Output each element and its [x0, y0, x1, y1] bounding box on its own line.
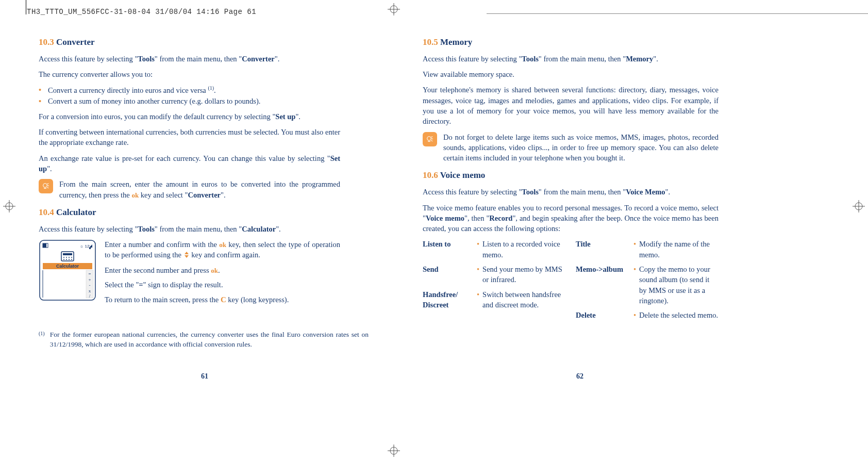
- section-title: Calculator: [56, 207, 96, 217]
- footnote-marker: (1): [39, 330, 45, 350]
- svg-text:+: +: [88, 277, 91, 282]
- option-term: Delete: [576, 310, 633, 320]
- document-spread: 10.3 Converter Access this feature by se…: [0, 0, 868, 325]
- registration-mark-icon: [388, 445, 400, 457]
- access-line: Access this feature by selecting "Tools"…: [423, 54, 719, 64]
- svg-line-13: [47, 184, 48, 185]
- svg-point-24: [69, 257, 70, 258]
- page-number: 61: [201, 371, 208, 382]
- registration-mark-icon: [853, 200, 865, 212]
- option-row: Delete•Delete the selected memo.: [576, 310, 719, 320]
- access-line: Access this feature by selecting "Tools"…: [39, 224, 340, 234]
- section-number: 10.4: [39, 207, 54, 217]
- footnote-text: For the former european national currenc…: [50, 330, 369, 350]
- body-text: The currency converter allows you to:: [39, 69, 340, 79]
- section-number: 10.6: [423, 170, 438, 180]
- calculator-instructions: Enter a number and confirm with the ok k…: [105, 239, 340, 309]
- section-title: Voice memo: [440, 170, 486, 180]
- svg-point-27: [66, 259, 67, 260]
- option-term: Title: [576, 239, 633, 260]
- body-text: View available memory space.: [423, 69, 719, 79]
- option-row: Listen to•Listen to a recorded voice mem…: [423, 239, 565, 260]
- svg-line-15: [47, 188, 48, 189]
- registration-mark-icon: [388, 3, 400, 15]
- tip-text: Do not forget to delete large items such…: [443, 132, 719, 163]
- option-row: Title•Modify the name of the memo.: [576, 239, 719, 260]
- svg-point-23: [66, 257, 67, 258]
- section-heading-calculator: 10.4 Calculator: [39, 206, 340, 219]
- body-text: An exchange rate value is pre-set for ea…: [39, 153, 340, 174]
- access-line: Access this feature by selecting "Tools"…: [423, 187, 719, 197]
- option-definition: •Listen to a recorded voice memo.: [477, 239, 565, 260]
- bullet-text: Convert a currency directly into euros a…: [48, 85, 216, 95]
- option-definition: •Send your memo by MMS or infrared.: [477, 264, 565, 285]
- ok-key-icon: ok: [131, 191, 139, 199]
- page-number: 62: [576, 371, 583, 382]
- phone-screen-illustration: ☼ 12: Calculator = + - x /: [39, 239, 96, 309]
- section-title: Memory: [440, 37, 472, 47]
- section-number: 10.5: [423, 37, 438, 47]
- svg-rect-18: [43, 243, 46, 248]
- page-right: 10.5 Memory Access this feature by selec…: [387, 31, 747, 325]
- option-row: Memo->album•Copy the memo to your sound …: [576, 264, 719, 306]
- crop-mark: [487, 13, 868, 14]
- svg-point-22: [63, 257, 64, 258]
- svg-line-40: [431, 136, 432, 137]
- option-term: Memo->album: [576, 264, 633, 306]
- svg-point-39: [427, 136, 431, 140]
- section-number: 10.3: [39, 37, 54, 47]
- ok-key-icon: ok: [211, 267, 218, 274]
- tip-box: From the main screen, enter the amount i…: [39, 179, 340, 200]
- svg-text:-: -: [89, 283, 91, 288]
- bullet-list: •Convert a currency directly into euros …: [39, 85, 340, 106]
- footnote: (1) For the former european national cur…: [39, 330, 369, 350]
- svg-text:x: x: [89, 288, 91, 293]
- page-left: 10.3 Converter Access this feature by se…: [0, 31, 361, 325]
- svg-text:☼ 12:: ☼ 12:: [80, 244, 91, 249]
- lightbulb-tip-icon: [39, 179, 53, 193]
- svg-point-26: [63, 259, 64, 260]
- option-term: Listen to: [423, 239, 477, 260]
- c-key-icon: C: [221, 295, 226, 304]
- svg-point-25: [71, 257, 72, 258]
- option-row: Send•Send your memo by MMS or infrared.: [423, 264, 565, 285]
- ok-key-icon: ok: [219, 241, 226, 249]
- option-definition: •Modify the name of the memo.: [633, 239, 719, 260]
- section-heading-memory: 10.5 Memory: [423, 36, 719, 48]
- svg-rect-21: [63, 253, 72, 255]
- option-term: Handsfree/ Discreet: [423, 289, 477, 310]
- body-text: If converting between international curr…: [39, 127, 340, 148]
- option-definition: •Copy the memo to your sound album (to s…: [633, 264, 719, 306]
- option-definition: •Switch between handsfree and discreet m…: [477, 289, 565, 310]
- option-row: Handsfree/ Discreet•Switch between hands…: [423, 289, 565, 310]
- section-title: Converter: [56, 37, 95, 47]
- bullet-text: Convert a sum of money into another curr…: [48, 96, 260, 106]
- crop-mark: [26, 0, 26, 14]
- tip-text: From the main screen, enter the amount i…: [59, 179, 340, 200]
- svg-point-28: [69, 259, 70, 260]
- svg-point-29: [71, 259, 72, 260]
- section-heading-converter: 10.3 Converter: [39, 36, 340, 48]
- svg-text:=: =: [88, 271, 91, 276]
- section-heading-voice-memo: 10.6 Voice memo: [423, 169, 719, 182]
- option-definition: •Delete the selected memo.: [633, 310, 719, 320]
- updown-arrow-icon: [183, 251, 190, 261]
- print-header: TH3_TTTO_UM_556FCC-31-08-04 31/08/04 14:…: [27, 7, 256, 18]
- option-term: Send: [423, 264, 477, 285]
- body-text: The voice memo feature enables you to re…: [423, 203, 719, 234]
- svg-line-42: [431, 140, 432, 141]
- lightbulb-tip-icon: [423, 132, 437, 146]
- svg-point-12: [43, 184, 47, 188]
- access-line: Access this feature by selecting "Tools"…: [39, 54, 340, 64]
- tip-box: Do not forget to delete large items such…: [423, 132, 719, 163]
- body-text: For a conversion into euros, you can mod…: [39, 111, 340, 122]
- svg-text:Calculator: Calculator: [56, 264, 79, 269]
- options-table: Listen to•Listen to a recorded voice mem…: [423, 239, 719, 324]
- body-text: Your telephone's memory is shared betwee…: [423, 85, 719, 126]
